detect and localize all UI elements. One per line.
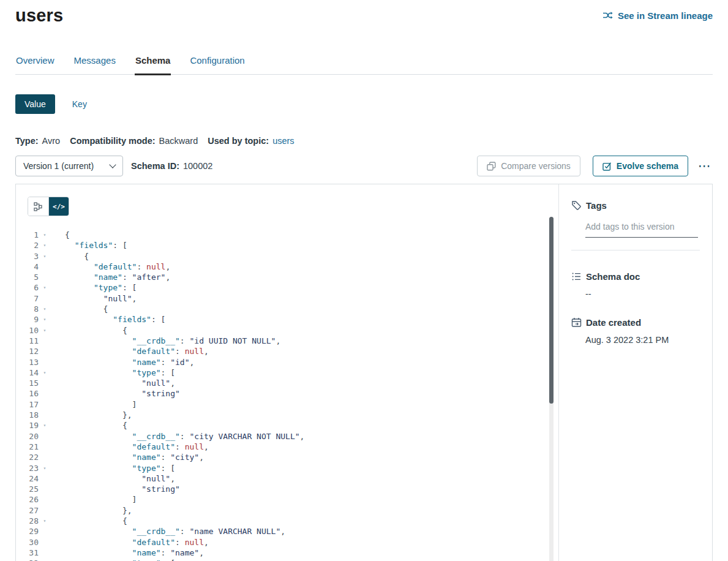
- code-view-icon: </>: [53, 203, 65, 211]
- schema-side-panel: Tags Schema doc --: [559, 184, 712, 561]
- schema-doc-value: --: [585, 289, 700, 299]
- fold-gutter: [39, 388, 51, 399]
- compare-icon: [487, 162, 496, 171]
- fold-toggle-icon[interactable]: ▾: [39, 463, 51, 473]
- more-options-button[interactable]: ⋯: [697, 160, 713, 171]
- fold-toggle-icon[interactable]: ▾: [39, 420, 51, 431]
- tab-messages[interactable]: Messages: [73, 55, 116, 74]
- fold-gutter: [39, 548, 51, 558]
- scrollbar-thumb[interactable]: [549, 217, 554, 404]
- evolve-schema-button[interactable]: Evolve schema: [593, 156, 688, 176]
- code-text: "type": [: [65, 367, 175, 378]
- fold-gutter: [39, 262, 51, 272]
- fold-gutter: [39, 431, 51, 442]
- code-line: 14▾ "type": [: [16, 367, 558, 378]
- code-line: 20 "__crdb__": "city VARCHAR NOT NULL",: [16, 431, 558, 442]
- stream-lineage-link[interactable]: See in Stream lineage: [602, 10, 713, 21]
- code-text: {: [65, 516, 127, 526]
- date-created-heading: Date created: [571, 317, 700, 328]
- fold-toggle-icon[interactable]: ▾: [39, 282, 51, 293]
- fold-toggle-icon[interactable]: ▾: [39, 230, 51, 240]
- code-line: 24 "null",: [16, 473, 558, 484]
- version-bar: Version 1 (current) Schema ID: 100002 Co…: [15, 156, 713, 176]
- fold-toggle-icon[interactable]: ▾: [39, 367, 51, 378]
- code-text: "name": "id",: [65, 357, 194, 367]
- code-lines: 1▾{2▾ "fields": [3▾ {4 "default": null,5…: [16, 230, 558, 561]
- fold-toggle-icon[interactable]: ▾: [39, 240, 51, 250]
- code-line: 12 "default": null,: [16, 346, 558, 356]
- fold-toggle-icon[interactable]: ▾: [39, 516, 51, 526]
- fold-toggle-icon[interactable]: ▾: [39, 314, 51, 325]
- schema-meta: Type: Avro Compatibility mode: Backward …: [15, 136, 713, 146]
- fold-toggle-icon[interactable]: ▾: [39, 304, 51, 314]
- code-line: 7 "null",: [16, 293, 558, 304]
- line-number: 28: [16, 516, 39, 526]
- tab-configuration[interactable]: Configuration: [189, 55, 245, 74]
- code-line: 28▾ {: [16, 516, 558, 526]
- page-title: users: [15, 5, 63, 26]
- schema-code-panel: </> 1▾{2▾ "fields": [3▾ {4 "default": nu…: [16, 184, 559, 561]
- fold-gutter: [39, 399, 51, 410]
- code-text: "fields": [: [65, 314, 165, 325]
- fold-gutter: [39, 526, 51, 537]
- topic-link[interactable]: users: [272, 136, 294, 146]
- code-text: {: [65, 420, 127, 431]
- line-number: 3: [16, 251, 39, 262]
- fold-gutter: [39, 494, 51, 505]
- code-text: "null",: [65, 378, 175, 388]
- meta-topic-label: Used by topic:: [208, 136, 269, 146]
- version-select[interactable]: Version 1 (current): [15, 156, 123, 176]
- key-toggle-button[interactable]: Key: [69, 99, 91, 110]
- fold-gutter: [39, 357, 51, 367]
- line-number: 10: [16, 325, 39, 336]
- code-view-button[interactable]: </>: [48, 197, 69, 216]
- fold-toggle-icon[interactable]: ▾: [39, 251, 51, 262]
- code-line: 13 "name": "id",: [16, 357, 558, 367]
- line-number: 14: [16, 367, 39, 378]
- code-text: "name": "after",: [65, 272, 170, 282]
- fold-toggle-icon[interactable]: ▾: [39, 558, 51, 561]
- schema-content: </> 1▾{2▾ "fields": [3▾ {4 "default": nu…: [15, 184, 713, 561]
- line-number: 2: [16, 240, 39, 250]
- meta-type: Type: Avro: [15, 136, 60, 146]
- tab-schema[interactable]: Schema: [135, 55, 171, 75]
- code-line: 17 ]: [16, 399, 558, 410]
- code-text: "type": [: [65, 558, 175, 561]
- value-toggle-button[interactable]: Value: [15, 94, 55, 114]
- code-line: 8▾ {: [16, 304, 558, 314]
- code-text: "type": [: [65, 282, 137, 293]
- fold-gutter: [39, 452, 51, 462]
- fold-toggle-icon[interactable]: ▾: [39, 325, 51, 336]
- line-number: 18: [16, 410, 39, 420]
- schema-id-value: 100002: [183, 161, 212, 171]
- fold-gutter: [39, 293, 51, 304]
- tab-bar: Overview Messages Schema Configuration: [15, 55, 713, 75]
- code-line: 30 "default": null,: [16, 537, 558, 548]
- line-number: 31: [16, 548, 39, 558]
- line-number: 17: [16, 399, 39, 410]
- tab-overview[interactable]: Overview: [15, 55, 55, 74]
- line-number: 6: [16, 282, 39, 293]
- code-text: {: [65, 304, 108, 314]
- code-line: 29 "__crdb__": "name VARCHAR NULL",: [16, 526, 558, 537]
- tree-view-button[interactable]: [28, 197, 48, 216]
- add-tags-input[interactable]: [585, 220, 698, 238]
- line-number: 8: [16, 304, 39, 314]
- fold-gutter: [39, 410, 51, 420]
- stream-lineage-label: See in Stream lineage: [618, 10, 713, 21]
- scrollbar-track[interactable]: [549, 217, 554, 561]
- meta-compatibility-label: Compatibility mode:: [70, 136, 155, 146]
- compare-versions-button[interactable]: Compare versions: [477, 156, 580, 176]
- tag-icon: [571, 200, 582, 211]
- code-text: ]: [65, 399, 137, 410]
- fold-gutter: [39, 505, 51, 516]
- code-text: "null",: [65, 473, 175, 484]
- fold-gutter: [39, 346, 51, 356]
- code-line: 4 "default": null,: [16, 262, 558, 272]
- code-text: },: [65, 505, 132, 516]
- list-icon: [571, 271, 582, 282]
- code-line: 26 ]: [16, 494, 558, 505]
- code-line: 9▾ "fields": [: [16, 314, 558, 325]
- code-line: 15 "null",: [16, 378, 558, 388]
- line-number: 12: [16, 346, 39, 356]
